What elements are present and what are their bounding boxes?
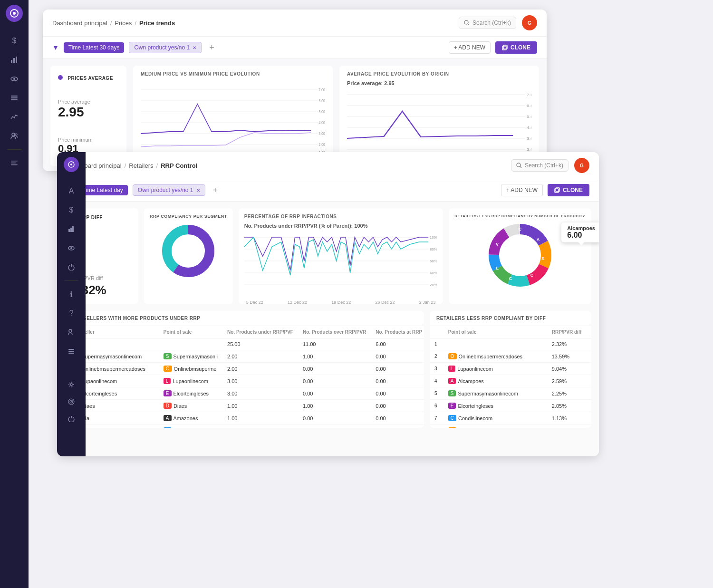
sidebar2-icon-users[interactable] xyxy=(64,325,79,340)
cell-seller: Onlinebmsupermercadoses xyxy=(77,363,159,375)
sidebar2-icon-help[interactable]: ? xyxy=(64,306,79,321)
svg-text:2.00: 2.00 xyxy=(527,147,531,152)
svg-text:V: V xyxy=(496,242,499,247)
tooltip-bubble: Alcampoes 6.00 xyxy=(561,222,599,242)
rrp-avatar: G xyxy=(574,158,589,173)
search-box[interactable]: Search (Ctrl+k) xyxy=(459,17,516,29)
filter-time[interactable]: Time Latest 30 days xyxy=(64,42,125,53)
cell-pos: E Elcorteingleses xyxy=(443,400,547,412)
svg-rect-48 xyxy=(70,228,72,232)
filter-own-close[interactable]: ✕ xyxy=(193,45,196,50)
cell-pos: A Amazones xyxy=(159,412,222,424)
col-rdiff: RRP/PVR diff xyxy=(547,326,591,338)
sidebar-icon-chart[interactable] xyxy=(7,52,22,67)
cell-over: 1.00 xyxy=(298,424,371,428)
cell-under: 3.00 xyxy=(222,387,298,400)
breadcrumb-root[interactable]: Dashboard principal xyxy=(52,19,107,27)
table-row: 7 C Condislinecom 1.13% xyxy=(430,412,591,424)
price-min-label: Price minimum xyxy=(58,137,119,143)
rrp-control-card: Dashboard principal / Retailers / RRP Co… xyxy=(57,152,599,456)
chart2-subtitle-value: 2.95 xyxy=(384,80,394,86)
price-avg-metric: PRICES AVERAGE Price average 2.95 Price … xyxy=(50,66,126,166)
svg-rect-63 xyxy=(555,189,559,193)
sidebar-icon-dollar[interactable]: $ xyxy=(7,33,22,48)
price-avg-label: Price average xyxy=(58,99,119,105)
sidebar2-bottom xyxy=(64,375,79,428)
rrp-filter-add[interactable]: + xyxy=(213,185,218,195)
svg-text:3.00: 3.00 xyxy=(319,131,325,136)
infractions-subtitle: No. Products under RRP/PVR (% of Parent)… xyxy=(244,223,438,229)
sidebar2-logo[interactable] xyxy=(64,157,79,172)
sidebar2-icon-list[interactable] xyxy=(64,344,79,359)
clone-button-front[interactable]: CLONE xyxy=(548,184,589,196)
cell-under: 3.00 xyxy=(222,375,298,387)
top-sellers-data-table: Seller Point of sale No. Products under … xyxy=(65,326,424,428)
sidebar2-icon-info[interactable]: ℹ xyxy=(64,287,79,302)
retailers-diff-table: RETAILERS LESS RRP COMPLIANT BY DIFF Poi… xyxy=(430,311,591,428)
sidebar2-icon-a[interactable]: A xyxy=(64,183,79,199)
infractions-svg-wrap: 100% 80% 60% 40% 20% xyxy=(244,232,438,299)
svg-rect-17 xyxy=(503,45,507,49)
rrp-filter-own-close[interactable]: ✕ xyxy=(196,188,200,193)
sidebar-icon-analytics[interactable] xyxy=(7,109,22,125)
svg-rect-55 xyxy=(68,353,74,354)
sidebar2-icon-power2[interactable] xyxy=(64,411,79,426)
table-row: 3 Onlinebmsupermercadoses O Onlinebmsupe… xyxy=(65,363,424,375)
cell-at: 0.00 xyxy=(371,387,424,400)
rrp-add-new[interactable]: + ADD NEW xyxy=(501,184,543,196)
cell-pos: C Compraonlinebonpreuesclatcat xyxy=(443,424,547,428)
filter-add-btn[interactable]: + xyxy=(209,43,214,53)
svg-text:5.00: 5.00 xyxy=(319,109,325,114)
sidebar-icon-list[interactable] xyxy=(7,90,22,106)
cell-over: 0.00 xyxy=(298,412,371,424)
svg-line-61 xyxy=(520,166,521,168)
cell-seller: Elcorteingleses xyxy=(77,387,159,400)
sidebar-icon-users[interactable] xyxy=(7,128,22,144)
sidebar-logo[interactable] xyxy=(6,5,23,22)
filter-own[interactable]: Own product yes/no 1 ✕ xyxy=(129,42,202,53)
svg-text:3.00: 3.00 xyxy=(527,136,531,141)
rrp-clone-label: CLONE xyxy=(563,187,583,193)
table-row: 2 O Onlinebmsupermercadoses 13.59% xyxy=(430,350,591,363)
row-num: 7 xyxy=(430,412,443,424)
sidebar2-icon-power[interactable] xyxy=(64,260,79,275)
cell-pos: D Diaes xyxy=(159,400,222,412)
rrp-breadcrumb: Dashboard principal / Retailers / RRP Co… xyxy=(67,162,197,169)
svg-text:2.00: 2.00 xyxy=(319,142,325,147)
rrp-sep1: / xyxy=(125,162,126,169)
svg-rect-49 xyxy=(72,226,74,232)
cell-over: 1.00 xyxy=(298,350,371,363)
sidebar-icon-eye[interactable] xyxy=(7,71,22,87)
clone-button-back[interactable]: CLONE xyxy=(495,41,537,54)
rrp-infractions-chart: PERCENTAGE OF RRP INFRACTIONS No. Produc… xyxy=(239,208,443,304)
sidebar2-icon-gear[interactable] xyxy=(64,377,79,392)
rrp-filter-own[interactable]: Own product yes/no 1 ✕ xyxy=(133,184,205,196)
table-row: 7 Dia A Amazones 1.00 0.00 0.00 xyxy=(65,412,424,424)
svg-point-46 xyxy=(70,164,72,165)
svg-rect-2 xyxy=(11,60,12,63)
sidebar2-icon-target[interactable] xyxy=(64,394,79,409)
svg-text:4.00: 4.00 xyxy=(527,125,531,130)
rrp-search[interactable]: Search (Ctrl+k) xyxy=(511,159,568,172)
infractions-subtitle-text: No. Products under RRP/PVR (% of Parent)… xyxy=(244,223,368,229)
breadcrumb-mid[interactable]: Prices xyxy=(115,19,132,27)
sidebar2-icon-chart[interactable] xyxy=(64,222,79,237)
sidebar2-icon-eye[interactable] xyxy=(64,241,79,256)
cell-pos xyxy=(443,338,547,350)
rrp-breadcrumb-mid[interactable]: Retailers xyxy=(129,162,153,169)
svg-rect-12 xyxy=(11,161,18,162)
svg-rect-53 xyxy=(68,349,74,350)
svg-rect-9 xyxy=(11,99,18,100)
cell-pos: A Alcampoes xyxy=(443,375,547,387)
table-row: 6 E Elcorteingleses 2.05% xyxy=(430,400,591,412)
svg-rect-54 xyxy=(68,351,74,352)
add-new-btn[interactable]: + ADD NEW xyxy=(449,41,491,54)
second-sidebar: A $ ℹ ? xyxy=(57,152,86,456)
cell-at: 0.00 xyxy=(371,363,424,375)
row-num: 6 xyxy=(430,400,443,412)
prices-avg-title: PRICES AVERAGE xyxy=(58,73,119,82)
sidebar-icon-menu[interactable] xyxy=(7,155,22,171)
table-row: 3 L Lupaonlinecom 9.04% xyxy=(430,363,591,375)
row-num: 4 xyxy=(430,375,443,387)
sidebar2-icon-dollar[interactable]: $ xyxy=(64,202,79,218)
